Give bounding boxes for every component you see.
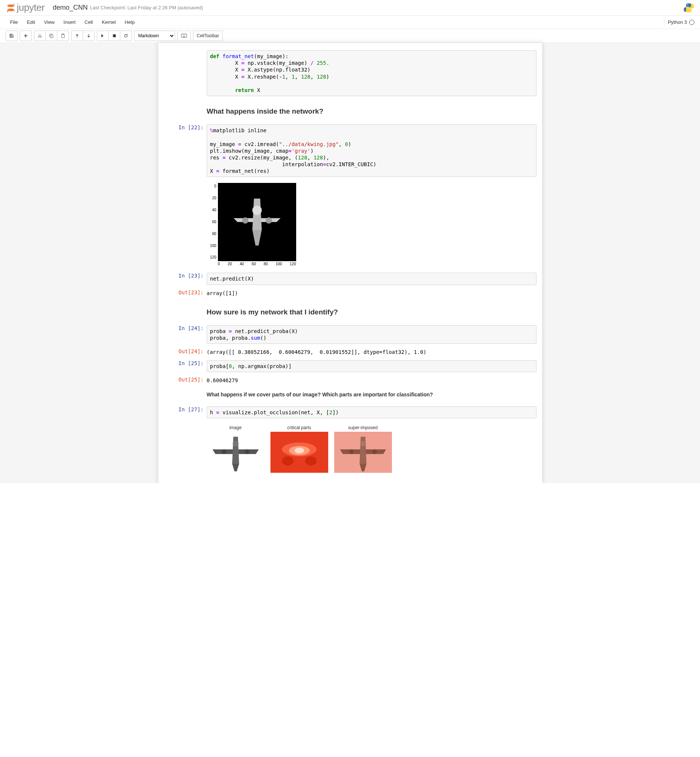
- menu-view[interactable]: View: [39, 16, 59, 28]
- markdown-heading: How sure is my network that I identify?: [207, 308, 536, 316]
- output-prompt: Out[24]:: [164, 347, 207, 357]
- markdown-cell[interactable]: What happens if we cover parts of our im…: [164, 387, 536, 404]
- code-input[interactable]: proba[0, np.argmax(proba)]: [207, 360, 536, 372]
- svg-point-33: [305, 456, 317, 466]
- copy-button[interactable]: [45, 31, 57, 41]
- plot-y-axis: 0 20 40 60 80 100 120: [207, 183, 218, 267]
- code-input[interactable]: h = visualize.plot_occlusion(net, X, [2]…: [207, 406, 536, 418]
- output-cell: Out[23]: array([1]): [164, 287, 536, 299]
- svg-point-1: [7, 9, 14, 11]
- add-cell-button[interactable]: [20, 31, 32, 41]
- restart-button[interactable]: [120, 31, 132, 41]
- svg-point-27: [245, 450, 249, 454]
- output-text: 0.60046279: [207, 377, 536, 384]
- menu-insert[interactable]: Insert: [59, 16, 80, 28]
- input-prompt: In [23]:: [164, 271, 207, 287]
- code-input[interactable]: net.predict(X): [207, 273, 536, 285]
- svg-point-17: [184, 34, 184, 35]
- plot-canvas: [218, 183, 296, 261]
- input-prompt: In [24]:: [164, 323, 207, 346]
- svg-point-25: [233, 441, 238, 447]
- output-area: image critical parts: [164, 421, 536, 477]
- svg-rect-14: [181, 34, 187, 37]
- svg-point-3: [7, 11, 9, 12]
- prompt-empty: [164, 387, 207, 404]
- move-down-button[interactable]: [83, 31, 95, 41]
- svg-point-26: [222, 450, 226, 454]
- svg-rect-20: [183, 36, 185, 37]
- arrow-down-icon: [86, 34, 91, 38]
- svg-point-23: [242, 218, 248, 224]
- markdown-cell[interactable]: How sure is my network that I identify?: [164, 300, 536, 323]
- plus-icon: [23, 34, 28, 38]
- notebook-header: jupyter demo_CNN Last Checkpoint: Last F…: [0, 0, 700, 16]
- save-button[interactable]: [6, 31, 17, 41]
- svg-point-7: [38, 36, 39, 37]
- move-up-button[interactable]: [71, 31, 83, 41]
- plot-x-axis: 0 20 40 60 80 100 120: [218, 261, 296, 267]
- kernel-status-icon: [689, 20, 694, 25]
- svg-point-15: [182, 34, 183, 35]
- svg-point-31: [295, 448, 304, 454]
- occlusion-output: image critical parts: [207, 425, 536, 473]
- output-area: 0 20 40 60 80 100 120: [164, 179, 536, 270]
- celltoolbar-button[interactable]: CellToolbar: [193, 31, 223, 41]
- code-cell[interactable]: In [23]: net.predict(X): [164, 271, 536, 287]
- prompt-empty: [164, 300, 207, 323]
- svg-point-16: [183, 34, 183, 35]
- paste-button[interactable]: [57, 31, 69, 41]
- panel-image: [207, 432, 264, 473]
- input-prompt: In [25]:: [164, 358, 207, 374]
- svg-point-22: [252, 206, 261, 215]
- panel-title: super-imposed: [334, 425, 392, 430]
- input-prompt: [164, 48, 207, 98]
- code-cell[interactable]: In [22]: %matplotlib inline my_image = c…: [164, 123, 536, 179]
- code-cell[interactable]: def format_net(my_image): X = np.vstack(…: [164, 48, 536, 98]
- jupyter-logo[interactable]: jupyter: [6, 2, 45, 13]
- code-input[interactable]: %matplotlib inline my_image = cv2.imread…: [207, 125, 536, 177]
- code-cell[interactable]: In [24]: proba = net.predict_proba(X) pr…: [164, 323, 536, 346]
- menu-file[interactable]: File: [6, 16, 22, 28]
- cut-button[interactable]: [34, 31, 46, 41]
- svg-point-36: [349, 450, 353, 454]
- markdown-heading: What happens inside the network?: [207, 107, 536, 116]
- code-input[interactable]: def format_net(my_image): X = np.vstack(…: [207, 50, 536, 96]
- code-input[interactable]: proba = net.predict_proba(X) proba, prob…: [207, 325, 536, 344]
- cut-icon: [38, 34, 42, 38]
- toolbar: Markdown CellToolbar: [0, 29, 700, 43]
- panel-superimposed: [334, 432, 392, 473]
- markdown-text: What happens if we cover parts of our im…: [207, 392, 536, 398]
- menu-help[interactable]: Help: [120, 16, 139, 28]
- code-cell[interactable]: In [27]: h = visualize.plot_occlusion(ne…: [164, 404, 536, 420]
- panel-title: critical parts: [270, 425, 328, 430]
- svg-point-6: [690, 11, 691, 11]
- arrow-up-icon: [75, 34, 79, 38]
- save-icon: [9, 34, 14, 38]
- code-cell[interactable]: In [25]: proba[0, np.argmax(proba)]: [164, 358, 536, 374]
- keyboard-icon: [181, 34, 187, 38]
- output-prompt: Out[25]:: [164, 375, 207, 386]
- menu-cell[interactable]: Cell: [80, 16, 97, 28]
- input-prompt: In [22]:: [164, 123, 207, 179]
- kernel-name[interactable]: Python 3: [668, 19, 687, 25]
- kernel-indicator: Python 3: [664, 19, 694, 25]
- output-cell: Out[24]: (array([[ 0.38052166, 0.6004627…: [164, 347, 536, 357]
- svg-point-2: [13, 3, 14, 5]
- python-logo-icon: [683, 2, 694, 13]
- cell-type-select[interactable]: Markdown: [134, 31, 175, 41]
- svg-rect-13: [113, 34, 116, 37]
- menu-edit[interactable]: Edit: [22, 16, 39, 28]
- svg-rect-12: [62, 34, 64, 34]
- run-button[interactable]: [97, 31, 109, 41]
- output-image: 0 20 40 60 80 100 120: [207, 183, 296, 267]
- menu-kernel[interactable]: Kernel: [97, 16, 120, 28]
- svg-point-4: [14, 11, 14, 11]
- notebook-container: def format_net(my_image): X = np.vstack(…: [158, 43, 542, 483]
- stop-icon: [112, 34, 117, 38]
- interrupt-button[interactable]: [108, 31, 120, 41]
- svg-point-35: [360, 441, 366, 447]
- notebook-name[interactable]: demo_CNN: [53, 4, 88, 11]
- command-palette-button[interactable]: [177, 31, 191, 41]
- markdown-cell[interactable]: What happens inside the network?: [164, 99, 536, 122]
- svg-point-19: [186, 34, 186, 35]
